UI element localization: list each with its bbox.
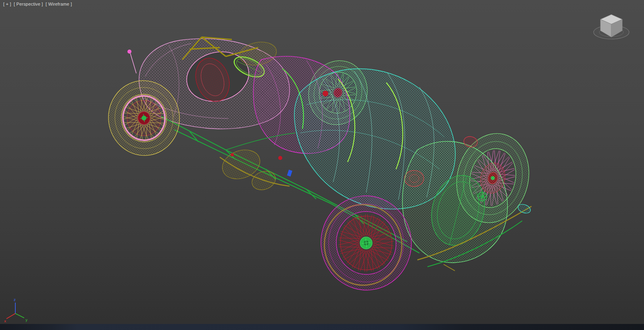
viewport-general-menu[interactable]: [ + ] bbox=[3, 2, 11, 6]
axis-y-label: y bbox=[25, 318, 28, 322]
axis-x-label: x bbox=[4, 319, 6, 323]
viewport-3d[interactable]: [ + ] [ Perspective ] [ Wireframe ] bbox=[0, 0, 644, 330]
car-front-cowl[interactable] bbox=[402, 135, 508, 263]
world-axis-tripod: z x y bbox=[3, 295, 31, 324]
viewport-pov-menu[interactable]: [ Perspective ] bbox=[14, 2, 43, 6]
scene-canvas[interactable] bbox=[0, 0, 644, 330]
axis-z-label: z bbox=[14, 298, 16, 302]
viewport-shading-menu[interactable]: [ Wireframe ] bbox=[46, 2, 72, 6]
viewcube[interactable] bbox=[589, 7, 634, 44]
bottom-taskbar-strip bbox=[0, 324, 644, 330]
viewport-label: [ + ] [ Perspective ] [ Wireframe ] bbox=[3, 2, 73, 6]
